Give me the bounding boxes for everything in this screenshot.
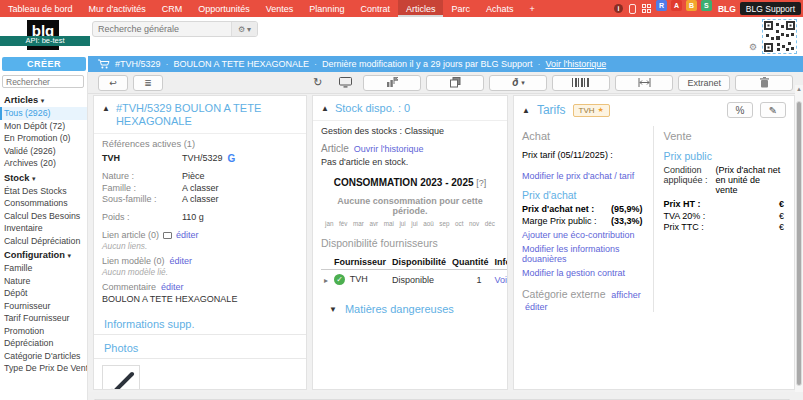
user-badge-b[interactable]: B <box>686 0 697 11</box>
modify-purchase-price-link[interactable]: Modifier le prix d'achat / tarif <box>522 171 634 181</box>
last-modified-text: Dernière modification il y a 29 jours pa… <box>322 59 533 69</box>
sidebar-item-etat-des-stocks[interactable]: État Des Stocks <box>0 185 87 198</box>
apps-grid-icon[interactable] <box>642 0 651 17</box>
collapse-icon[interactable]: ▲ <box>321 104 329 113</box>
prix-achat-subtitle: Prix d'achat <box>522 189 643 201</box>
sidebar-section-configuration[interactable]: Configuration ▾ <box>0 247 87 262</box>
scroll-up-icon[interactable]: ▲ <box>795 85 803 93</box>
barcode-button[interactable] <box>552 75 610 91</box>
settings-gear-icon[interactable]: ⚙ <box>749 42 757 52</box>
famille-label: Famille : <box>102 183 182 193</box>
nav-contrat[interactable]: Contrat <box>352 0 398 17</box>
nav-parc[interactable]: Parc <box>443 0 478 17</box>
horizontal-scrollbar[interactable] <box>88 392 803 400</box>
sidebar-item-categorie-articles[interactable]: Catégorie D'articles <box>0 350 87 363</box>
nav-opportunites[interactable]: Opportunités <box>190 0 258 17</box>
nav-articles[interactable]: Articles <box>398 0 444 17</box>
nav-tableau-de-bord[interactable]: Tableau de bord <box>0 0 81 17</box>
user-badge-a[interactable]: A <box>671 0 682 11</box>
clone-dropdown-button[interactable]: ð ▾ <box>489 75 547 91</box>
duplicate-button[interactable] <box>426 75 484 91</box>
commentaire-edit-link[interactable]: éditer <box>161 282 184 292</box>
expand-row-icon[interactable]: ▸ <box>324 276 328 285</box>
ref-code: TVH/5329 <box>182 153 223 164</box>
supplier-tag-badge[interactable]: TVH★ <box>573 104 610 117</box>
support-account-badge[interactable]: BLG Support <box>740 2 801 15</box>
modify-customs-link[interactable]: Modifier les informations douanières <box>522 244 620 264</box>
modify-contract-link[interactable]: Modifier la gestion contrat <box>522 268 625 278</box>
section-photos[interactable]: Photos <box>94 335 306 359</box>
prix-achat-net-label: Prix d'achat net : <box>522 204 594 214</box>
add-eco-contribution-link[interactable]: Ajouter une éco-contribution <box>522 230 635 240</box>
edit-prices-button[interactable]: ✎ <box>760 102 786 118</box>
article-history-label: Article <box>321 143 349 154</box>
sidebar-search-input[interactable] <box>2 75 84 88</box>
sidebar-item-depot[interactable]: Dépôt <box>0 287 87 300</box>
sidebar-item-famille[interactable]: Famille <box>0 262 87 275</box>
sidebar-item-tarif-fournisseur[interactable]: Tarif Fournisseur <box>0 312 87 325</box>
stock-title: Stock dispo. : 0 <box>335 102 410 115</box>
user-badge-r[interactable]: R <box>656 0 667 11</box>
sidebar-item-archives[interactable]: Archives (20) <box>0 157 87 170</box>
global-search-input[interactable] <box>93 22 231 36</box>
collapse-icon[interactable]: ▲ <box>522 106 530 115</box>
matieres-dangereuses-section[interactable]: ▼ Matières dangereuses <box>329 303 499 315</box>
info-icon[interactable]: i <box>614 0 623 17</box>
chevron-down-icon: ▾ <box>32 175 36 182</box>
nav-add-module[interactable]: + <box>521 0 542 17</box>
list-view-button[interactable]: ≣ <box>133 75 163 91</box>
sidebar-section-stock[interactable]: Stock ▾ <box>0 170 87 185</box>
sidebar-item-en-promotion[interactable]: En Promotion (0) <box>0 132 87 145</box>
create-button[interactable]: CRÉER <box>2 57 86 71</box>
cart-icon[interactable] <box>98 59 110 69</box>
sidebar-item-depreciation[interactable]: Dépréciation <box>0 337 87 350</box>
trash-icon <box>760 77 769 88</box>
sidebar-item-promotion[interactable]: Promotion <box>0 325 87 338</box>
sidebar-item-calcul-depreciation[interactable]: Calcul Dépréciation <box>0 235 87 248</box>
categorie-afficher-link[interactable]: afficher <box>611 290 640 300</box>
user-badge-s[interactable]: S <box>701 0 712 11</box>
sidebar-item-type-prix-vente[interactable]: Type De Prix De Vente <box>0 362 87 375</box>
monitor-icon[interactable] <box>339 77 352 88</box>
mobile-device-icon[interactable] <box>629 0 636 17</box>
sidebar-item-calcul-des-besoins[interactable]: Calcul Des Besoins <box>0 210 87 223</box>
vertical-scrollbar[interactable]: ▲ <box>795 85 803 392</box>
back-button[interactable]: ↩ <box>98 75 128 91</box>
nav-mur-activites[interactable]: Mur d'activités <box>81 0 154 17</box>
qr-code <box>762 19 797 54</box>
prix-ht-label: Prix HT : <box>664 199 701 209</box>
back-arrow-icon: ↩ <box>109 78 117 88</box>
sidebar-item-consommations[interactable]: Consommations <box>0 197 87 210</box>
collapse-icon[interactable]: ▲ <box>102 104 110 113</box>
view-history-link[interactable]: Voir l'historique <box>546 59 607 69</box>
resize-columns-button[interactable] <box>615 75 673 91</box>
section-informations-supp[interactable]: Informations supp. <box>94 311 306 335</box>
categorie-editer-link[interactable]: éditer <box>525 302 548 312</box>
search-options-dropdown[interactable]: ⚙▾ <box>231 22 257 36</box>
nav-planning[interactable]: Planning <box>301 0 352 17</box>
article-photo-thumbnail[interactable] <box>102 365 140 390</box>
sidebar-item-valide[interactable]: Validé (2926) <box>0 145 87 158</box>
sidebar-item-nature[interactable]: Nature <box>0 275 87 288</box>
help-icon[interactable]: [?] <box>476 178 486 188</box>
delete-button[interactable] <box>735 75 793 91</box>
nav-crm[interactable]: CRM <box>154 0 191 17</box>
nav-ventes[interactable]: Ventes <box>258 0 302 17</box>
google-icon[interactable]: G <box>228 153 236 164</box>
extranet-button[interactable]: Extranet <box>678 75 730 91</box>
stats-flag-button[interactable] <box>363 75 421 91</box>
sidebar-section-articles[interactable]: Articles ▾ <box>0 92 87 107</box>
nav-achats[interactable]: Achats <box>478 0 522 17</box>
open-history-link[interactable]: Ouvrir l'historique <box>354 144 424 154</box>
lien-modele-edit-link[interactable]: éditer <box>170 256 193 266</box>
sidebar-item-mon-depot[interactable]: Mon Dépôt (72) <box>0 120 87 133</box>
lien-article-edit-link[interactable]: éditer <box>176 230 199 240</box>
sidebar-item-fournisseur[interactable]: Fournisseur <box>0 300 87 313</box>
sidebar-item-tous[interactable]: Tous (2926) <box>0 107 87 120</box>
supplier-voir-link[interactable]: Voir <box>495 275 508 285</box>
sidebar-item-inventaire[interactable]: Inventaire <box>0 222 87 235</box>
refresh-icon[interactable]: ↻ <box>313 76 322 89</box>
poids-label: Poids : <box>102 212 182 222</box>
vertical-scroll-thumb[interactable] <box>796 101 802 386</box>
percent-margins-button[interactable]: % <box>727 102 753 118</box>
